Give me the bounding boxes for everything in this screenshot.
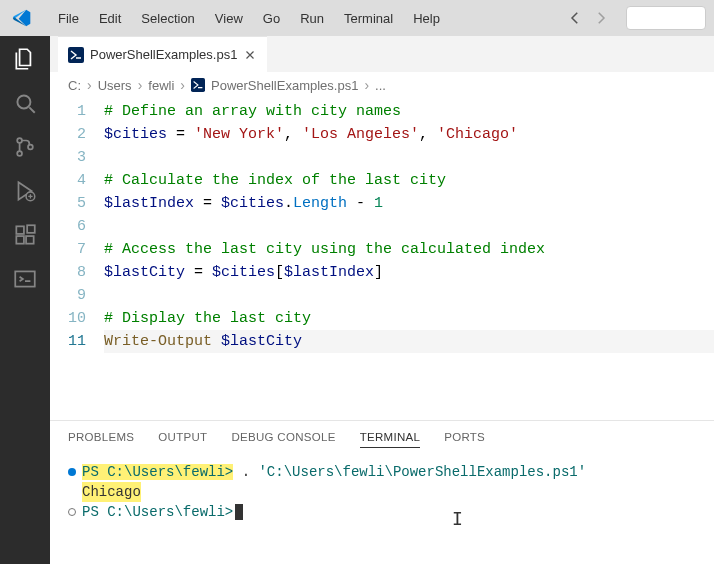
terminal-cmd-arg: 'C:\Users\fewli\PowerShellExamples.ps1' [258, 464, 586, 480]
bottom-panel: PROBLEMSOUTPUTDEBUG CONSOLETERMINALPORTS… [50, 420, 714, 564]
svg-rect-8 [26, 236, 34, 244]
explorer-icon[interactable] [12, 46, 38, 72]
code-line[interactable]: $lastIndex = $cities.Length - 1 [104, 195, 383, 212]
editor-area: PowerShellExamples.ps1 C: › Users › fewl… [50, 36, 714, 564]
nav-history [566, 9, 610, 27]
code-line[interactable]: $lastCity = $cities[$lastIndex] [104, 264, 383, 281]
svg-point-0 [17, 95, 30, 108]
chevron-right-icon: › [87, 77, 92, 93]
terminal-output: Chicago [82, 482, 141, 502]
terminal-cwd: C:\Users\fewli> [107, 464, 233, 480]
menu-file[interactable]: File [48, 7, 89, 30]
menubar: FileEditSelectionViewGoRunTerminalHelp [48, 7, 450, 30]
line-number: 11 [50, 330, 86, 353]
breadcrumb-item[interactable]: fewli [148, 78, 174, 93]
line-number: 4 [50, 169, 86, 192]
panel-tab-problems[interactable]: PROBLEMS [68, 431, 134, 448]
code-line[interactable]: $cities = 'New York', 'Los Angeles', 'Ch… [104, 126, 518, 143]
line-number: 5 [50, 192, 86, 215]
panel-tab-debug-console[interactable]: DEBUG CONSOLE [231, 431, 335, 448]
main-area: PowerShellExamples.ps1 C: › Users › fewl… [0, 36, 714, 564]
svg-rect-6 [16, 226, 24, 234]
vscode-logo-icon [12, 8, 32, 28]
terminal-cmd-dot: . [233, 464, 258, 480]
chevron-right-icon: › [364, 77, 369, 93]
breadcrumb[interactable]: C: › Users › fewli › PowerShellExamples.… [50, 72, 714, 98]
line-number: 3 [50, 146, 86, 169]
svg-point-3 [17, 151, 22, 156]
prompt-status-dot-icon [68, 508, 76, 516]
terminal-line: PS C:\Users\fewli> [68, 502, 696, 522]
terminal-prompt: PS [82, 464, 107, 480]
panel-tab-output[interactable]: OUTPUT [158, 431, 207, 448]
code-content[interactable]: # Define an array with city names $citie… [104, 100, 714, 420]
menu-view[interactable]: View [205, 7, 253, 30]
line-number: 10 [50, 307, 86, 330]
panel-tab-terminal[interactable]: TERMINAL [360, 431, 421, 448]
breadcrumb-item[interactable]: ... [375, 78, 386, 93]
terminal-line: PS C:\Users\fewli> . 'C:\Users\fewli\Pow… [68, 462, 696, 482]
tab-bar: PowerShellExamples.ps1 [50, 36, 714, 72]
svg-point-2 [17, 138, 22, 143]
line-number: 7 [50, 238, 86, 261]
code-line[interactable]: # Display the last city [104, 310, 311, 327]
panel-tabs: PROBLEMSOUTPUTDEBUG CONSOLETERMINALPORTS [50, 421, 714, 456]
chevron-right-icon: › [138, 77, 143, 93]
terminal-cwd: C:\Users\fewli> [107, 504, 233, 520]
terminal-prompt: PS [82, 504, 107, 520]
code-editor[interactable]: 1234567891011 # Define an array with cit… [50, 98, 714, 420]
chevron-right-icon: › [180, 77, 185, 93]
menu-selection[interactable]: Selection [131, 7, 204, 30]
command-center-input[interactable] [626, 6, 706, 30]
menu-go[interactable]: Go [253, 7, 290, 30]
line-number: 9 [50, 284, 86, 307]
prompt-status-dot-icon [68, 468, 76, 476]
terminal-panel-icon[interactable] [12, 266, 38, 292]
terminal-view[interactable]: PS C:\Users\fewli> . 'C:\Users\fewli\Pow… [50, 456, 714, 564]
line-number-gutter: 1234567891011 [50, 100, 104, 420]
menu-edit[interactable]: Edit [89, 7, 131, 30]
line-number: 1 [50, 100, 86, 123]
panel-tab-ports[interactable]: PORTS [444, 431, 485, 448]
menu-run[interactable]: Run [290, 7, 334, 30]
tab-label: PowerShellExamples.ps1 [90, 47, 237, 62]
breadcrumb-item[interactable]: PowerShellExamples.ps1 [211, 78, 358, 93]
text-cursor-icon: 𝙸 [452, 510, 463, 530]
tab-powershell-examples[interactable]: PowerShellExamples.ps1 [58, 36, 267, 72]
code-line[interactable]: # Calculate the index of the last city [104, 172, 446, 189]
terminal-cursor [235, 504, 243, 520]
menu-terminal[interactable]: Terminal [334, 7, 403, 30]
svg-line-1 [29, 107, 34, 112]
titlebar: FileEditSelectionViewGoRunTerminalHelp [0, 0, 714, 36]
svg-point-4 [28, 145, 33, 150]
breadcrumb-item[interactable]: Users [98, 78, 132, 93]
close-icon[interactable] [243, 48, 257, 62]
nav-forward-icon[interactable] [592, 9, 610, 27]
search-icon[interactable] [12, 90, 38, 116]
code-line[interactable]: # Define an array with city names [104, 103, 401, 120]
svg-rect-7 [16, 236, 24, 244]
extensions-icon[interactable] [12, 222, 38, 248]
source-control-icon[interactable] [12, 134, 38, 160]
breadcrumb-item[interactable]: C: [68, 78, 81, 93]
line-number: 2 [50, 123, 86, 146]
activity-bar [0, 36, 50, 564]
terminal-line: Chicago [68, 482, 696, 502]
line-number: 6 [50, 215, 86, 238]
svg-rect-9 [27, 225, 35, 233]
run-debug-icon[interactable] [12, 178, 38, 204]
code-line[interactable]: Write-Output $lastCity [104, 330, 714, 353]
svg-rect-10 [15, 271, 35, 286]
menu-help[interactable]: Help [403, 7, 450, 30]
powershell-file-icon [191, 78, 205, 92]
nav-back-icon[interactable] [566, 9, 584, 27]
line-number: 8 [50, 261, 86, 284]
code-line[interactable]: # Access the last city using the calcula… [104, 241, 545, 258]
powershell-file-icon [68, 47, 84, 63]
